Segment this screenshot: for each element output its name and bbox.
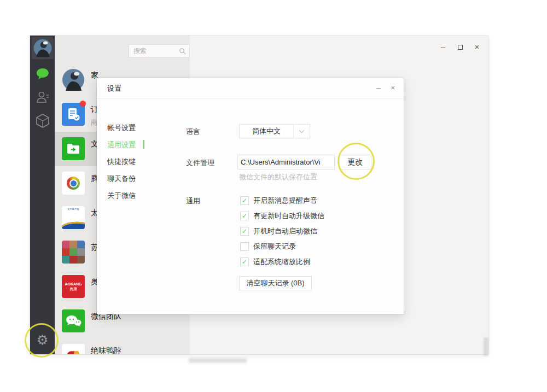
chats-icon[interactable] bbox=[30, 67, 55, 83]
file-path-input[interactable] bbox=[237, 155, 335, 169]
general-option-row: ✓开启新消息提醒声音 bbox=[240, 196, 317, 206]
language-label: 语言 bbox=[186, 127, 200, 137]
edge-smudge bbox=[484, 337, 488, 356]
dialog-close-button[interactable]: × bbox=[391, 84, 395, 92]
general-option-row: ✓适配系统缩放比例 bbox=[240, 257, 310, 267]
general-option-label: 开启新消息提醒声音 bbox=[253, 196, 317, 206]
search-box[interactable] bbox=[129, 44, 190, 57]
tencent-avatar bbox=[62, 172, 85, 195]
checkbox-unchecked[interactable] bbox=[240, 242, 249, 251]
aokang-text: AOKANG bbox=[65, 282, 82, 286]
clear-chat-history-button[interactable]: 清空聊天记录 (0B) bbox=[239, 276, 312, 290]
profile-photo bbox=[33, 38, 53, 58]
collage-avatar bbox=[62, 241, 85, 264]
wechat-team-avatar bbox=[62, 309, 85, 332]
file-path-hint: 微信文件的默认保存位置 bbox=[239, 172, 317, 182]
chat-item-meta: 绝味鸭脖 bbox=[91, 346, 121, 354]
general-option-label: 开机时自动启动微信 bbox=[253, 226, 317, 236]
language-select[interactable]: 简体中文 bbox=[239, 124, 310, 138]
settings-menu-item[interactable]: 关于微信 bbox=[107, 191, 136, 201]
annotation-circle-change-button bbox=[337, 143, 375, 180]
settings-menu-item[interactable]: 聊天备份 bbox=[107, 174, 136, 184]
annotation-circle-gear-icon bbox=[25, 323, 59, 358]
window-maximize-button[interactable] bbox=[456, 43, 464, 51]
search-icon bbox=[179, 48, 186, 55]
watermark-smudge bbox=[189, 358, 247, 363]
contacts-icon[interactable] bbox=[30, 90, 55, 107]
checkbox-checked[interactable]: ✓ bbox=[240, 196, 249, 205]
general-label: 通用 bbox=[186, 196, 200, 206]
settings-menu-item[interactable]: 快捷按键 bbox=[107, 157, 136, 167]
general-option-label: 有更新时自动升级微信 bbox=[253, 211, 324, 221]
settings-dialog: 设置 – × 帐号设置通用设置快捷按键聊天备份关于微信 语言 简体中文 文件管理… bbox=[97, 78, 404, 314]
file-management-label: 文件管理 bbox=[186, 158, 214, 168]
chat-item-name: 绝味鸭脖 bbox=[91, 346, 121, 354]
dialog-titlebar: 设置 – × bbox=[97, 78, 404, 99]
window-minimize-button[interactable]: – bbox=[439, 43, 447, 51]
window-close-button[interactable]: × bbox=[473, 43, 481, 51]
general-option-label: 保留聊天记录 bbox=[253, 242, 296, 251]
selected-menu-indicator bbox=[143, 140, 144, 149]
juewei-avatar bbox=[62, 344, 85, 354]
checkbox-checked[interactable]: ✓ bbox=[240, 212, 249, 220]
taiping-text: 太平洋产险 bbox=[67, 208, 79, 210]
checkbox-checked[interactable]: ✓ bbox=[240, 258, 249, 266]
chat-list-item[interactable]: 绝味鸭脖 bbox=[55, 338, 190, 354]
general-option-row: 保留聊天记录 bbox=[240, 242, 296, 251]
general-option-row: ✓开机时自动启动微信 bbox=[240, 226, 317, 236]
checkbox-checked[interactable]: ✓ bbox=[240, 227, 249, 236]
language-value: 简体中文 bbox=[240, 125, 293, 138]
window-controls: – × bbox=[439, 43, 481, 51]
screenshot-stage: ⚙ + 家订商文腾太平洋产险太苏AOKANG奥康奥微信团队绝味鸭脖 – × bbox=[0, 0, 547, 392]
unread-badge bbox=[80, 101, 86, 107]
dialog-title: 设置 bbox=[107, 84, 121, 93]
photo-avatar bbox=[62, 68, 85, 91]
dialog-controls: – × bbox=[376, 84, 395, 92]
general-option-row: ✓有更新时自动升级微信 bbox=[240, 211, 324, 221]
profile-avatar[interactable] bbox=[32, 37, 54, 59]
sidebar: ⚙ bbox=[30, 36, 55, 354]
search-input[interactable] bbox=[132, 46, 179, 55]
settings-menu-item[interactable]: 通用设置 bbox=[107, 140, 136, 150]
file-transfer-avatar bbox=[62, 137, 85, 160]
chevron-down-icon[interactable] bbox=[293, 125, 310, 138]
aokang-avatar: AOKANG奥康 bbox=[62, 275, 85, 298]
settings-menu-item[interactable]: 帐号设置 bbox=[107, 123, 136, 133]
taiping-avatar: 太平洋产险 bbox=[62, 206, 85, 229]
general-option-label: 适配系统缩放比例 bbox=[253, 257, 310, 267]
dialog-minimize-button[interactable]: – bbox=[376, 84, 380, 92]
collections-icon[interactable] bbox=[30, 113, 55, 131]
